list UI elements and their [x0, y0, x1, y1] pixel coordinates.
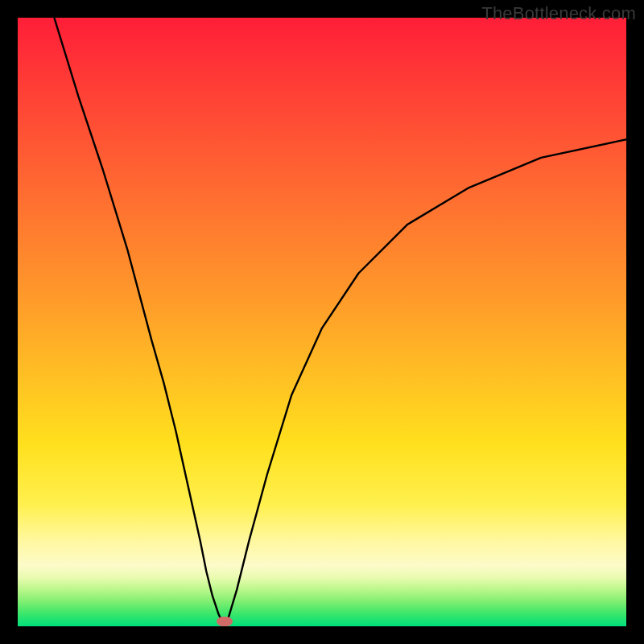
curve-right-branch: [228, 139, 626, 620]
curve-layer: [18, 18, 626, 626]
minimum-marker: [217, 617, 233, 626]
watermark-text: TheBottleneck.com: [481, 3, 636, 24]
plot-area: [18, 18, 626, 626]
curve-left-branch: [54, 18, 221, 620]
chart-frame: TheBottleneck.com: [0, 0, 644, 644]
